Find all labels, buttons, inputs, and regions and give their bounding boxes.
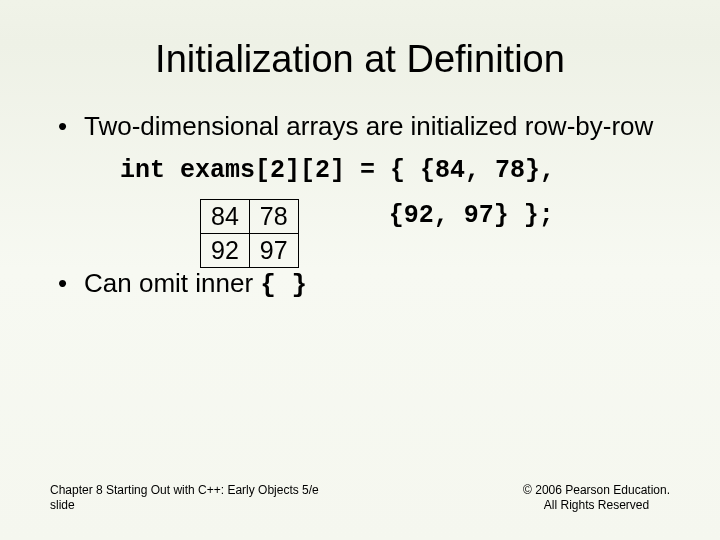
page-title: Initialization at Definition [50, 38, 670, 81]
footer-right: © 2006 Pearson Education. All Rights Res… [523, 483, 670, 514]
code-line-2: {92, 97} }; [389, 201, 554, 230]
bullet-2: Can omit inner { } [50, 268, 670, 301]
bullet-1: Two-dimensional arrays are initialized r… [50, 111, 670, 142]
slide-body: Initialization at Definition Two-dimensi… [0, 0, 720, 301]
bullet-list: Two-dimensional arrays are initialized r… [50, 111, 670, 142]
bullet-2-text: Can omit inner [84, 268, 260, 298]
array-table: 84 78 92 97 [200, 199, 299, 268]
bullet-2-code: { } [260, 270, 307, 300]
cell-0-1: 78 [249, 200, 298, 234]
cell-0-0: 84 [201, 200, 250, 234]
cell-1-1: 97 [249, 234, 298, 268]
table-row: 84 78 [201, 200, 299, 234]
footer-rights: All Rights Reserved [523, 498, 670, 514]
footer-chapter: Chapter 8 Starting Out with C++: Early O… [50, 483, 319, 499]
footer-left: Chapter 8 Starting Out with C++: Early O… [50, 483, 319, 514]
bullet-list-2: Can omit inner { } [50, 268, 670, 301]
code-line-1: int exams[2][2] = { {84, 78}, [120, 156, 670, 185]
table-row: 92 97 [201, 234, 299, 268]
footer-copyright: © 2006 Pearson Education. [523, 483, 670, 499]
cell-1-0: 92 [201, 234, 250, 268]
row-table-code: 84 78 92 97 {92, 97} }; [50, 199, 670, 268]
footer-slide-label: slide [50, 498, 319, 514]
